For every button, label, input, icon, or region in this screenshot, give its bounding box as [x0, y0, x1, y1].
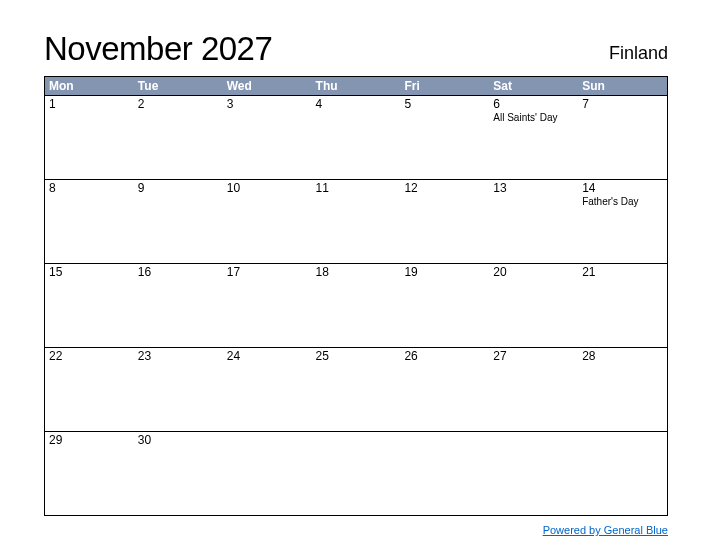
day-cell-blank — [489, 432, 578, 515]
day-number: 23 — [138, 349, 219, 363]
day-cell: 6 All Saints' Day — [489, 96, 578, 179]
day-number: 10 — [227, 181, 308, 195]
day-cell: 19 — [400, 264, 489, 347]
day-number: 19 — [404, 265, 485, 279]
day-number: 7 — [582, 97, 663, 111]
day-number: 3 — [227, 97, 308, 111]
weekday-header: Wed — [223, 77, 312, 95]
day-cell: 29 — [45, 432, 134, 515]
day-cell: 7 — [578, 96, 667, 179]
event-label: Father's Day — [582, 196, 663, 207]
day-cell: 14 Father's Day — [578, 180, 667, 263]
day-number: 1 — [49, 97, 130, 111]
day-number: 29 — [49, 433, 130, 447]
weekday-header: Thu — [312, 77, 401, 95]
day-cell: 23 — [134, 348, 223, 431]
page-title: November 2027 — [44, 30, 272, 68]
day-cell: 9 — [134, 180, 223, 263]
day-number: 11 — [316, 181, 397, 195]
day-number: 20 — [493, 265, 574, 279]
day-cell: 27 — [489, 348, 578, 431]
day-cell-blank — [223, 432, 312, 515]
day-number: 4 — [316, 97, 397, 111]
day-cell: 24 — [223, 348, 312, 431]
day-number: 28 — [582, 349, 663, 363]
day-cell: 20 — [489, 264, 578, 347]
day-cell: 2 — [134, 96, 223, 179]
day-cell: 1 — [45, 96, 134, 179]
day-number: 18 — [316, 265, 397, 279]
day-cell: 16 — [134, 264, 223, 347]
day-cell: 11 — [312, 180, 401, 263]
day-cell: 17 — [223, 264, 312, 347]
day-cell: 25 — [312, 348, 401, 431]
powered-by-link[interactable]: Powered by General Blue — [543, 524, 668, 536]
calendar-grid: Mon Tue Wed Thu Fri Sat Sun 1 2 3 4 5 6 … — [44, 76, 668, 516]
day-number: 27 — [493, 349, 574, 363]
day-number: 26 — [404, 349, 485, 363]
weekday-header: Fri — [400, 77, 489, 95]
day-cell: 30 — [134, 432, 223, 515]
day-cell: 3 — [223, 96, 312, 179]
week-row: 29 30 — [45, 431, 667, 515]
day-cell: 28 — [578, 348, 667, 431]
week-row: 8 9 10 11 12 13 14 Father's Day — [45, 179, 667, 263]
day-cell: 10 — [223, 180, 312, 263]
day-number: 12 — [404, 181, 485, 195]
weekday-header: Sat — [489, 77, 578, 95]
day-number: 17 — [227, 265, 308, 279]
day-cell: 15 — [45, 264, 134, 347]
week-row: 22 23 24 25 26 27 28 — [45, 347, 667, 431]
weekday-header-row: Mon Tue Wed Thu Fri Sat Sun — [45, 77, 667, 95]
week-row: 15 16 17 18 19 20 21 — [45, 263, 667, 347]
day-cell: 13 — [489, 180, 578, 263]
day-number: 21 — [582, 265, 663, 279]
week-row: 1 2 3 4 5 6 All Saints' Day 7 — [45, 95, 667, 179]
day-cell: 21 — [578, 264, 667, 347]
day-number: 13 — [493, 181, 574, 195]
day-number: 22 — [49, 349, 130, 363]
event-label: All Saints' Day — [493, 112, 574, 123]
day-number: 16 — [138, 265, 219, 279]
day-number: 15 — [49, 265, 130, 279]
day-cell: 5 — [400, 96, 489, 179]
day-number: 24 — [227, 349, 308, 363]
day-cell-blank — [578, 432, 667, 515]
day-cell: 4 — [312, 96, 401, 179]
day-cell-blank — [312, 432, 401, 515]
day-cell: 8 — [45, 180, 134, 263]
day-number: 14 — [582, 181, 663, 195]
day-number: 8 — [49, 181, 130, 195]
day-number: 9 — [138, 181, 219, 195]
footer: Powered by General Blue — [44, 520, 668, 538]
day-number: 5 — [404, 97, 485, 111]
day-number: 2 — [138, 97, 219, 111]
day-number: 25 — [316, 349, 397, 363]
day-cell: 26 — [400, 348, 489, 431]
weekday-header: Sun — [578, 77, 667, 95]
day-cell: 12 — [400, 180, 489, 263]
day-number: 30 — [138, 433, 219, 447]
day-cell: 22 — [45, 348, 134, 431]
weekday-header: Mon — [45, 77, 134, 95]
day-number: 6 — [493, 97, 574, 111]
weekday-header: Tue — [134, 77, 223, 95]
region-label: Finland — [609, 43, 668, 68]
day-cell: 18 — [312, 264, 401, 347]
day-cell-blank — [400, 432, 489, 515]
calendar-header: November 2027 Finland — [44, 30, 668, 68]
